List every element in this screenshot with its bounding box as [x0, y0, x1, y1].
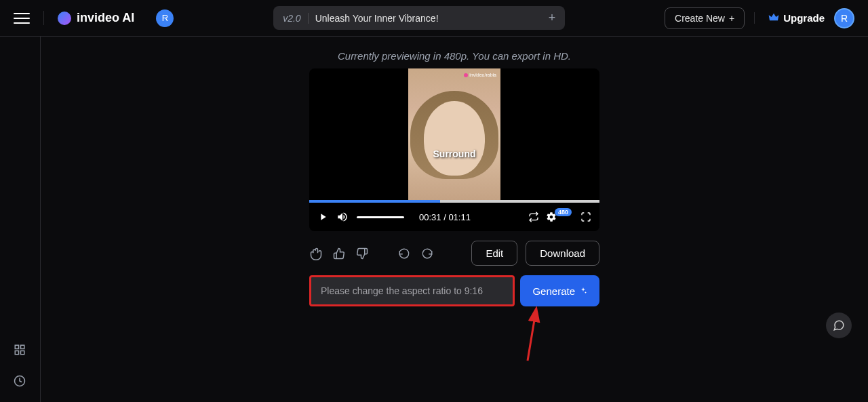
undo-icon[interactable] [397, 247, 411, 260]
svg-line-6 [528, 312, 536, 361]
redo-icon[interactable] [420, 247, 434, 260]
svg-rect-1 [20, 345, 24, 348]
plus-icon[interactable]: + [549, 11, 556, 25]
prompt-input[interactable]: Please change the aspect ratio to 9:16 [309, 275, 515, 306]
menu-icon[interactable] [14, 10, 30, 26]
crown-icon [768, 12, 779, 24]
video-watermark: invideo/rabia [464, 73, 496, 77]
fullscreen-icon[interactable] [580, 212, 591, 222]
settings-icon[interactable]: 480 [546, 212, 574, 222]
annotation-arrow [521, 306, 548, 367]
volume-slider[interactable] [357, 216, 404, 218]
video-player[interactable]: invideo/rabia Surround 00:31 / 01:11 [309, 68, 599, 231]
video-frame: invideo/rabia [408, 68, 500, 201]
clap-icon[interactable] [309, 247, 323, 260]
upgrade-label: Upgrade [783, 12, 825, 24]
logo[interactable]: invideo AI [43, 11, 134, 25]
grid-icon[interactable] [14, 344, 27, 357]
preview-note: Currently previewing in 480p. You can ex… [338, 50, 571, 62]
user-avatar[interactable]: R [834, 8, 854, 28]
thumbs-down-icon[interactable] [355, 247, 369, 260]
project-title: Unleash Your Inner Vibrance! [315, 13, 542, 24]
history-icon[interactable] [14, 375, 27, 388]
quality-badge: 480 [555, 208, 572, 216]
sparkle-icon [579, 285, 587, 297]
generate-button[interactable]: Generate [520, 275, 599, 306]
time-display: 00:31 / 01:11 [419, 212, 471, 222]
project-title-input[interactable]: v2.0 Unleash Your Inner Vibrance! + [273, 6, 565, 30]
caption: Surround [433, 148, 476, 159]
loop-icon[interactable] [528, 212, 539, 222]
plus-icon: + [729, 13, 734, 24]
video-content [424, 101, 485, 176]
header: invideo AI R v2.0 Unleash Your Inner Vib… [0, 0, 868, 37]
header-right: Create New + Upgrade R [665, 7, 854, 29]
logo-icon [58, 12, 71, 25]
workspace-avatar[interactable]: R [156, 9, 174, 27]
prompt-row: Please change the aspect ratio to 9:16 G… [309, 275, 599, 306]
thumbs-up-icon[interactable] [332, 247, 346, 260]
edit-button[interactable]: Edit [471, 241, 517, 266]
chat-icon[interactable] [826, 313, 852, 338]
version-label: v2.0 [283, 13, 308, 24]
main: Currently previewing in 480p. You can ex… [41, 37, 868, 306]
sidebar [0, 37, 41, 402]
create-new-button[interactable]: Create New + [665, 7, 745, 29]
upgrade-button[interactable]: Upgrade [754, 12, 825, 24]
logo-text: invideo AI [77, 11, 134, 25]
svg-rect-3 [20, 351, 24, 355]
svg-rect-2 [15, 351, 18, 355]
video-controls: 00:31 / 01:11 480 [309, 203, 599, 231]
create-new-label: Create New [675, 13, 725, 24]
volume-icon[interactable] [336, 211, 349, 223]
action-bar: Edit Download [309, 241, 599, 266]
download-button[interactable]: Download [526, 241, 599, 266]
play-icon[interactable] [317, 212, 328, 222]
svg-rect-0 [15, 345, 18, 348]
generate-label: Generate [532, 285, 575, 297]
